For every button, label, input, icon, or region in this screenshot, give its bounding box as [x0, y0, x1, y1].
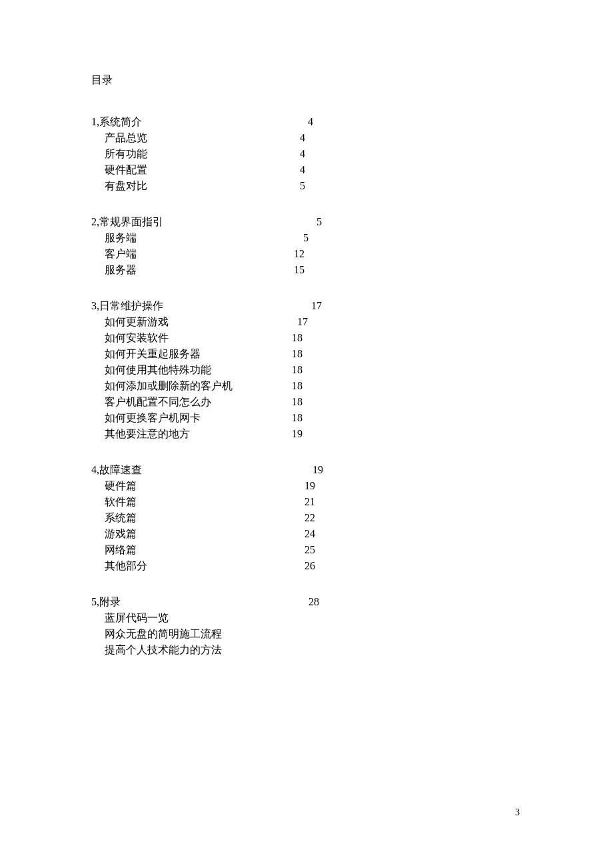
toc-item-page: 15: [137, 262, 305, 278]
toc-heading-row: 1,系统简介 4: [91, 114, 613, 130]
toc-item-row: 如何开关重起服务器 18: [91, 346, 613, 362]
toc-item-label: 如何安装软件: [105, 330, 169, 346]
toc-item-page: 4: [147, 130, 305, 146]
toc-item-label: 客户端: [105, 246, 137, 262]
toc-item-row: 如何更新游戏 17: [91, 314, 613, 330]
toc-section: 1,系统简介 4 产品总览 4 所有功能 4 硬件配置 4 有盘对比 5: [91, 114, 613, 194]
toc-item-label: 所有功能: [105, 146, 147, 162]
toc-heading-page: 28: [121, 594, 319, 610]
toc-item-row: 网络篇 25: [91, 542, 613, 558]
toc-item-page: 17: [169, 314, 308, 330]
toc-item-label: 产品总览: [105, 130, 147, 146]
toc-item-page: 22: [137, 510, 315, 526]
toc-item-page: 18: [211, 394, 303, 410]
toc-item-row: 服务端 5: [91, 230, 613, 246]
toc-item-page: 19: [190, 426, 303, 442]
toc-item-page: 4: [147, 146, 305, 162]
toc-heading-page: 4: [142, 114, 313, 130]
toc-heading-row: 2,常规界面指引 5: [91, 214, 613, 230]
toc-heading-page: 17: [163, 298, 322, 314]
toc-item-row: 游戏篇 24: [91, 526, 613, 542]
toc-item-label: 如何开关重起服务器: [105, 346, 201, 362]
toc-item-page: 25: [137, 542, 315, 558]
toc-item-page: 18: [201, 410, 303, 426]
toc-item-page: 21: [137, 494, 315, 510]
toc-item-label: 其他要注意的地方: [105, 426, 190, 442]
toc-heading-page: 19: [142, 462, 323, 478]
toc-item-label: 硬件篇: [105, 478, 137, 494]
toc-item-row: 蓝屏代码一览: [91, 610, 613, 626]
toc-section: 3,日常维护操作 17 如何更新游戏 17 如何安装软件 18 如何开关重起服务…: [91, 298, 613, 442]
toc-item-row: 其他部分 26: [91, 558, 613, 574]
toc-heading-row: 3,日常维护操作 17: [91, 298, 613, 314]
toc-heading-label: 3,日常维护操作: [91, 298, 163, 314]
toc-item-row: 系统篇 22: [91, 510, 613, 526]
toc-item-page: 19: [137, 478, 315, 494]
toc-item-row: 服务器 15: [91, 262, 613, 278]
toc-heading-label: 4,故障速查: [91, 462, 142, 478]
toc-item-row: 软件篇 21: [91, 494, 613, 510]
toc-item-row: 所有功能 4: [91, 146, 613, 162]
toc-item-label: 蓝屏代码一览: [105, 610, 169, 626]
toc-item-row: 客户机配置不同怎么办 18: [91, 394, 613, 410]
page-number: 3: [515, 807, 520, 818]
document-page: 目录 1,系统简介 4 产品总览 4 所有功能 4 硬件配置 4 有盘对比 5 …: [0, 0, 613, 658]
toc-item-label: 系统篇: [105, 510, 137, 526]
toc-item-row: 如何更换客户机网卡 18: [91, 410, 613, 426]
toc-item-page: 5: [147, 178, 305, 194]
toc-item-page: 5: [137, 230, 308, 246]
toc-item-row: 硬件配置 4: [91, 162, 613, 178]
toc-item-label: 如何更换客户机网卡: [105, 410, 201, 426]
toc-item-label: 软件篇: [105, 494, 137, 510]
toc-item-page: 26: [147, 558, 315, 574]
toc-item-label: 有盘对比: [105, 178, 147, 194]
toc-item-row: 客户端 12: [91, 246, 613, 262]
toc-item-label: 游戏篇: [105, 526, 137, 542]
toc-title: 目录: [91, 73, 613, 87]
toc-item-row: 如何添加或删除新的客户机 18: [91, 378, 613, 394]
toc-item-page: 12: [137, 246, 305, 262]
toc-item-label: 网络篇: [105, 542, 137, 558]
toc-item-label: 客户机配置不同怎么办: [105, 394, 211, 410]
toc-item-label: 其他部分: [105, 558, 147, 574]
toc-heading-label: 5,附录: [91, 594, 121, 610]
toc-item-row: 网众无盘的简明施工流程: [91, 626, 613, 642]
toc-heading-label: 2,常规界面指引: [91, 214, 163, 230]
toc-item-row: 有盘对比 5: [91, 178, 613, 194]
toc-heading-page: 5: [163, 214, 322, 230]
toc-heading-row: 5,附录 28: [91, 594, 613, 610]
toc-item-label: 提高个人技术能力的方法: [105, 642, 222, 658]
toc-heading-label: 1,系统简介: [91, 114, 142, 130]
toc-section: 5,附录 28 蓝屏代码一览 网众无盘的简明施工流程 提高个人技术能力的方法: [91, 594, 613, 658]
toc-item-row: 如何安装软件 18: [91, 330, 613, 346]
toc-item-label: 硬件配置: [105, 162, 147, 178]
toc-item-row: 提高个人技术能力的方法: [91, 642, 613, 658]
toc-section: 2,常规界面指引 5 服务端 5 客户端 12 服务器 15: [91, 214, 613, 278]
toc-item-row: 其他要注意的地方 19: [91, 426, 613, 442]
toc-section: 4,故障速查 19 硬件篇 19 软件篇 21 系统篇 22 游戏篇 24 网络…: [91, 462, 613, 574]
toc-item-page: 18: [169, 330, 303, 346]
toc-item-row: 如何使用其他特殊功能 18: [91, 362, 613, 378]
toc-item-page: 18: [201, 346, 303, 362]
toc-item-row: 产品总览 4: [91, 130, 613, 146]
toc-item-label: 网众无盘的简明施工流程: [105, 626, 222, 642]
toc-item-page: 24: [137, 526, 315, 542]
toc-heading-row: 4,故障速查 19: [91, 462, 613, 478]
toc-item-page: 4: [147, 162, 305, 178]
toc-item-label: 如何更新游戏: [105, 314, 169, 330]
toc-item-label: 如何使用其他特殊功能: [105, 362, 211, 378]
toc-item-label: 服务端: [105, 230, 137, 246]
toc-item-row: 硬件篇 19: [91, 478, 613, 494]
toc-item-label: 服务器: [105, 262, 137, 278]
toc-item-label: 如何添加或删除新的客户机: [105, 378, 233, 394]
toc-item-page: 18: [211, 362, 303, 378]
toc-item-page: 18: [233, 378, 303, 394]
